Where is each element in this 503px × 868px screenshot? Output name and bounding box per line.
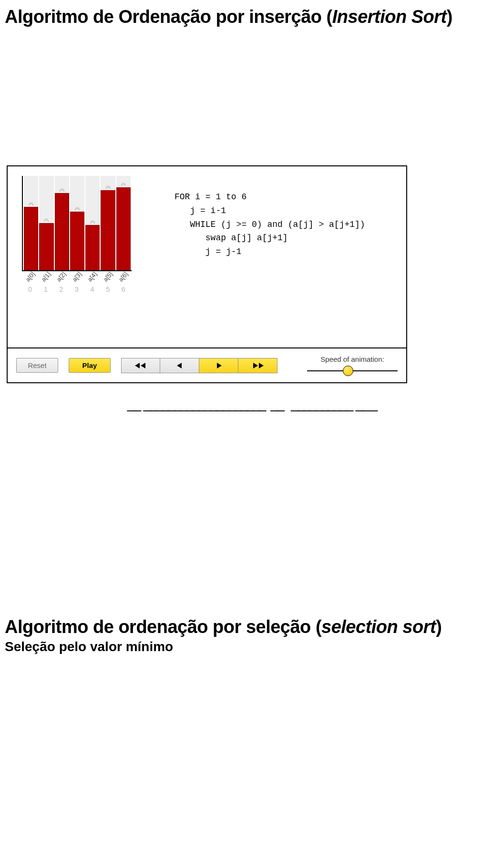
bar-3 — [70, 212, 84, 270]
bar-handle-icon[interactable] — [43, 215, 49, 219]
bar-1 — [39, 223, 53, 270]
bar-index: 6 — [116, 285, 131, 293]
controls-bar: Reset Play Speed of animation: — [8, 347, 406, 382]
reset-button[interactable]: Reset — [16, 358, 58, 373]
pseudocode-block: FOR i = 1 to 6 j = i-1 WHILE (j >= 0) an… — [175, 190, 365, 259]
bar-slider-4[interactable] — [85, 176, 100, 270]
heading-insertion-sort-close: ) — [447, 7, 452, 27]
bar-slider-2[interactable] — [55, 176, 69, 270]
bar-index: 3 — [70, 285, 84, 293]
bar-handle-icon[interactable] — [59, 185, 65, 189]
bar-slider-6[interactable] — [116, 176, 131, 270]
heading-selection-sort-text: Algoritmo de ordenação por seleção ( — [5, 617, 321, 637]
subheading-min-selection: Seleção pelo valor mínimo — [5, 639, 498, 654]
speed-slider[interactable] — [307, 366, 398, 376]
bar-4 — [85, 225, 100, 270]
play-button[interactable]: Play — [69, 358, 111, 373]
bar-slider-5[interactable] — [101, 176, 115, 270]
step-fastforward-button[interactable] — [238, 358, 277, 373]
bar-index: 5 — [101, 285, 115, 293]
bar-slider-3[interactable] — [70, 176, 84, 270]
bar-0 — [24, 207, 38, 270]
heading-insertion-sort-text: Algoritmo de Ordenação por inserção ( — [5, 7, 332, 27]
speed-label: Speed of animation: — [307, 355, 398, 363]
bar-index: 1 — [39, 285, 53, 293]
figure-caption-placeholder: __ ____________________ __ __________ __… — [5, 396, 498, 412]
bar-6 — [116, 187, 131, 270]
step-nav-group — [121, 358, 277, 373]
heading-insertion-sort: Algoritmo de Ordenação por inserção (Ins… — [5, 7, 498, 27]
heading-selection-sort-close: ) — [436, 617, 441, 637]
heading-selection-sort: Algoritmo de ordenação por seleção (sele… — [5, 617, 498, 637]
speed-slider-thumb[interactable] — [343, 366, 353, 376]
insertion-sort-widget: a[0]a[1]a[2]a[3]a[4]a[5]a[6] 0123456 FOR… — [7, 165, 407, 383]
heading-selection-sort-ital: selection sort — [321, 617, 436, 637]
bar-slider-0[interactable] — [24, 176, 38, 270]
bar-index: 2 — [54, 285, 69, 293]
bar-index: 4 — [85, 285, 100, 293]
step-back-button[interactable] — [160, 358, 199, 373]
bar-handle-icon[interactable] — [105, 183, 111, 186]
bar-5 — [101, 190, 115, 270]
step-forward-button[interactable] — [199, 358, 238, 373]
bar-index: 0 — [23, 285, 38, 293]
step-rewind-button[interactable] — [121, 358, 160, 373]
bar-handle-icon[interactable] — [90, 217, 95, 221]
bar-2 — [55, 193, 69, 270]
bar-handle-icon[interactable] — [28, 199, 34, 203]
bar-slider-1[interactable] — [39, 176, 53, 270]
heading-insertion-sort-ital: Insertion Sort — [332, 7, 447, 27]
speed-control: Speed of animation: — [307, 355, 398, 376]
bar-handle-icon[interactable] — [74, 204, 80, 208]
array-bar-chart: a[0]a[1]a[2]a[3]a[4]a[5]a[6] 0123456 — [22, 176, 141, 293]
bar-handle-icon[interactable] — [121, 180, 126, 184]
